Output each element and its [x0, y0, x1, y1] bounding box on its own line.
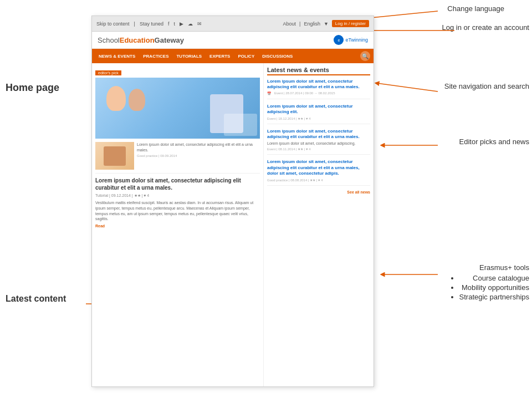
- news-meta-text-3: Event | 08.11.2014 | ★★ | ♥ 4: [267, 147, 311, 151]
- news-item-2-title[interactable]: Lorem ipsum dolor sit amet, consectetur …: [267, 104, 370, 115]
- logo-school: School: [98, 36, 120, 44]
- utility-bar-left: Skip to content | Stay tuned ft▶☁✉: [96, 21, 202, 27]
- news-item-2-meta: Event | 18.12.2014 | ★★ | ♥ 4: [267, 116, 370, 120]
- main-content: editor's pick Lorem ipsum dolor sit amet…: [92, 63, 374, 387]
- small-article-meta: Good practice | 09.09.2014: [137, 154, 260, 157]
- etwinning-label: eTwinning: [345, 37, 368, 43]
- erasmus-tools-label: Erasmus+ tools: [451, 263, 529, 272]
- language-selector[interactable]: English: [304, 21, 320, 27]
- nav-policy[interactable]: POLICY: [234, 52, 258, 60]
- browser-mock: Skip to content | Stay tuned ft▶☁✉ About…: [91, 16, 374, 387]
- change-language-annotation: Change language: [447, 4, 504, 13]
- news-item-1: Lorem ipsum dolor sit amet, consectetur …: [267, 79, 370, 99]
- main-article-image: [95, 78, 260, 139]
- news-meta-icon-1: 📅: [267, 91, 271, 95]
- nav-practices[interactable]: PRACTICES: [140, 52, 172, 60]
- nav-experts[interactable]: EXPERTS: [206, 52, 233, 60]
- see-all-news[interactable]: See all news: [267, 190, 370, 194]
- main-article-meta: Tutorial | 09.12.2014 | ★★ | ♥ 4: [95, 194, 260, 198]
- small-article: Lorem ipsum dolor sit amet, consectetur …: [95, 142, 260, 174]
- right-section: Latest news & events Lorem ipsum dolor s…: [264, 63, 374, 387]
- news-item-1-meta: 📅 Event | 28.07.2014 | 09:00 → 08.02.201…: [267, 91, 370, 95]
- etwinning-icon: e: [334, 35, 344, 45]
- news-item-3-meta: Event | 08.11.2014 | ★★ | ♥ 4: [267, 147, 370, 151]
- utility-bar: Skip to content | Stay tuned ft▶☁✉ About…: [92, 16, 374, 32]
- left-section: editor's pick Lorem ipsum dolor sit amet…: [92, 63, 264, 387]
- svg-line-4: [377, 83, 438, 91]
- site-nav-annotation: Site navigation and search: [444, 82, 529, 90]
- main-article-title: Lorem ipsum dolor sit amet, consectetur …: [95, 177, 260, 191]
- stay-tuned[interactable]: Stay tuned: [140, 21, 163, 27]
- editor-picks-annotation: Editor picks and news: [459, 138, 529, 146]
- homepage-label: Home page: [6, 82, 59, 94]
- news-item-2: Lorem ipsum dolor sit amet, consectetur …: [267, 104, 370, 124]
- login-register-btn[interactable]: Log in / register: [332, 20, 369, 27]
- nav-discussions[interactable]: DISCUSSIONS: [259, 52, 296, 60]
- logo-gateway: Gateway: [155, 36, 184, 44]
- latest-news-title: Latest news & events: [267, 67, 370, 75]
- news-item-4-title[interactable]: Lorem ipsum dolor sit amet, consectetur …: [267, 159, 370, 176]
- news-meta-text-2: Event | 18.12.2014 | ★★ | ♥ 4: [267, 116, 311, 120]
- erasmus-annotation: Erasmus+ tools Course catalogue Mobility…: [451, 263, 529, 302]
- seg-header: SchoolEducationGateway e eTwinning: [92, 32, 374, 49]
- nav-news-events[interactable]: NEWS & EVENTS: [95, 52, 139, 60]
- strategic-bullet: Strategic partnerships: [459, 293, 529, 301]
- news-item-3-text: Lorem ipsum dolor sit amet, consectetur …: [267, 141, 370, 146]
- latest-content-label: Latest content: [6, 294, 66, 304]
- news-item-1-title[interactable]: Lorem ipsum dolor sit amet, consectetur …: [267, 79, 370, 90]
- skip-to-content[interactable]: Skip to content: [96, 21, 130, 27]
- login-account-annotation: Log in or create an account: [442, 23, 529, 32]
- main-article-body: Vestibulum mattis eleifend suscipit. Mau…: [95, 200, 260, 222]
- main-article-read-link[interactable]: Read: [95, 224, 260, 228]
- news-meta-text-1: Event | 28.07.2014 | 09:00 → 08.02.2015: [274, 91, 335, 95]
- small-article-text: Lorem ipsum dolor sit amet, consectetur …: [137, 142, 260, 153]
- main-nav: NEWS & EVENTS PRACTICES TUTORIALS EXPERT…: [92, 49, 374, 63]
- utility-bar-right: About | English ▼ Log in / register: [283, 20, 369, 27]
- news-item-4-meta: Good practice | 08.08.2014 | ★★ | ♥ 4: [267, 178, 370, 182]
- news-item-3-title[interactable]: Lorem ipsum dolor sit amet, consectetur …: [267, 129, 370, 140]
- etwinning-logo[interactable]: e eTwinning: [334, 35, 368, 45]
- news-item-3: Lorem ipsum dolor sit amet, consectetur …: [267, 129, 370, 155]
- search-icon[interactable]: 🔍: [360, 51, 370, 61]
- course-catalogue-bullet: Course catalogue: [459, 274, 529, 282]
- about-link[interactable]: About: [283, 21, 296, 27]
- mobility-bullet: Mobility opportunities: [459, 283, 529, 292]
- small-article-content: Lorem ipsum dolor sit amet, consectetur …: [137, 142, 260, 170]
- logo-education: Education: [120, 36, 155, 44]
- news-meta-text-4: Good practice | 08.08.2014 | ★★ | ♥ 4: [267, 178, 323, 182]
- news-item-4: Lorem ipsum dolor sit amet, consectetur …: [267, 159, 370, 185]
- seg-logo[interactable]: SchoolEducationGateway: [98, 36, 184, 44]
- editor-pick-badge: editor's pick: [95, 70, 121, 75]
- nav-tutorials[interactable]: TUTORIALS: [173, 52, 205, 60]
- small-article-image: [95, 142, 134, 170]
